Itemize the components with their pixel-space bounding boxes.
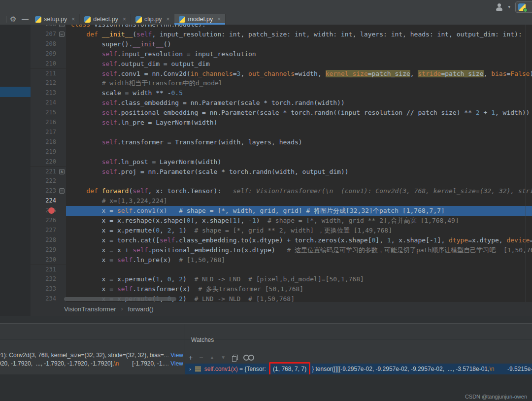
left-tool-strip <box>0 25 31 323</box>
view-link[interactable]: View <box>169 352 183 360</box>
fold-column <box>59 274 66 284</box>
line-number[interactable]: 219 <box>31 147 59 157</box>
line-number[interactable]: 213 <box>31 88 59 98</box>
fold-column <box>59 108 66 118</box>
tool-strip-selection[interactable] <box>0 87 31 97</box>
line-number[interactable]: 223 <box>31 186 59 196</box>
fold-end-icon[interactable]: ∧ <box>59 169 65 174</box>
code-text <box>66 176 532 186</box>
python-file-icon <box>35 16 41 23</box>
move-watch-down-button[interactable]: ▼ <box>221 354 226 362</box>
line-number[interactable]: 230 <box>31 255 59 265</box>
tab-clip.py[interactable]: clip.py× <box>131 14 174 25</box>
code-line: 226 x = x.reshape(x.shape[0], x.shape[1]… <box>31 216 532 226</box>
close-icon[interactable]: × <box>217 16 221 23</box>
variable-row[interactable]: 1.7920, -1.7920, ..., -1.7920, -1.7920, … <box>0 360 183 368</box>
code-line: 213 scale = width ** -0.5 <box>31 88 532 98</box>
line-number[interactable]: 228 <box>31 235 59 245</box>
code-line: 230 x = self.ln_pre(x) # [1,50,768] <box>31 255 532 265</box>
add-watch-button[interactable]: + <box>189 354 193 362</box>
line-number[interactable]: 231 <box>31 265 59 275</box>
user-account-icon[interactable] <box>496 3 503 11</box>
code-line: 227 x = x.permute(0, 2, 1) # shape = [*,… <box>31 226 532 235</box>
tab-detect.py[interactable]: detect.py× <box>80 14 131 25</box>
tab-label: model.py <box>188 16 213 23</box>
run-configuration-button[interactable] <box>515 1 532 13</box>
move-watch-up-button[interactable]: ▲ <box>209 354 214 362</box>
tab-label: setup.py <box>44 16 67 23</box>
tab-model.py[interactable]: model.py× <box>174 14 226 25</box>
line-number[interactable]: 210 <box>31 59 59 69</box>
line-number[interactable]: 222 <box>31 176 59 186</box>
line-number[interactable]: 226 <box>31 216 59 226</box>
code-text: # width相当于transform中的d_model <box>66 78 532 88</box>
line-number[interactable]: 214 <box>31 98 59 108</box>
code-line: 219 <box>31 147 532 157</box>
fold-column: − <box>59 186 66 196</box>
line-number[interactable]: 212 <box>31 78 59 88</box>
horizontal-scrollbar[interactable] <box>64 297 176 301</box>
line-number[interactable]: 218 <box>31 137 59 147</box>
code-text <box>66 265 532 275</box>
code-text: x = x.permute(1, 0, 2) # NLD -> LND # [p… <box>66 274 532 284</box>
breadcrumb-method[interactable]: forward() <box>128 305 153 313</box>
code-text: self.class_embedding = nn.Parameter(scal… <box>66 98 532 108</box>
line-number[interactable]: 225 <box>31 206 59 216</box>
breadcrumb: VisionTransformer › forward() <box>31 302 532 316</box>
code-line: 216 self.ln_pre = LayerNorm(width) <box>31 118 532 128</box>
tensor-shape-annotation: (1, 768, 7, 7) <box>269 362 310 376</box>
variable-row[interactable]: (conv1): Conv2d(3, 768, kernel_size=(32,… <box>0 352 183 360</box>
hide-panel-icon[interactable]: — <box>22 14 29 24</box>
code-editor[interactable]: 206−class VisionTransformer(nn.Module):2… <box>31 25 532 302</box>
run-active-dot <box>523 8 528 12</box>
remove-watch-button[interactable]: − <box>199 354 203 362</box>
code-text: # x=[1,3,224,224] <box>66 196 532 206</box>
window-titlebar: ▾ <box>0 0 532 14</box>
line-number[interactable]: 234 <box>31 294 59 302</box>
close-icon[interactable]: × <box>166 16 169 23</box>
expand-chevron-icon[interactable]: › <box>189 366 191 372</box>
variable-text: [-1.7920, -1. <box>119 360 164 368</box>
show-watches-icon[interactable] <box>243 355 254 361</box>
code-line: 232 x = x.permute(1, 0, 2) # NLD -> LND … <box>31 274 532 284</box>
line-number[interactable]: 233 <box>31 284 59 294</box>
variable-text: \n <box>114 360 119 368</box>
close-icon[interactable]: × <box>71 16 75 23</box>
code-line: 221∧ self.proj = nn.Parameter(scale * to… <box>31 167 532 177</box>
duplicate-watch-icon[interactable] <box>232 355 237 361</box>
view-link[interactable]: View <box>169 360 183 368</box>
breadcrumb-class[interactable]: VisionTransformer <box>64 305 116 313</box>
line-number[interactable]: 229 <box>31 245 59 255</box>
fold-column <box>59 137 66 147</box>
code-line: 214 self.class_embedding = nn.Parameter(… <box>31 98 532 108</box>
line-number[interactable]: 206 <box>31 25 59 30</box>
breakpoint-icon[interactable] <box>48 207 55 214</box>
line-number[interactable]: 209 <box>31 49 59 59</box>
chevron-down-icon[interactable]: ▾ <box>508 5 510 9</box>
code-text: x = torch.cat([self.class_embedding.to(x… <box>66 235 532 245</box>
line-number[interactable]: 232 <box>31 274 59 284</box>
fold-column <box>59 196 66 206</box>
code-text: x = self.transformer(x) # 多头transformer … <box>66 284 532 294</box>
line-number[interactable]: 217 <box>31 128 59 137</box>
variables-panel: (conv1): Conv2d(3, 768, kernel_size=(32,… <box>0 324 184 374</box>
code-line: 224 # x=[1,3,224,224] <box>31 196 532 206</box>
code-line: 225 x = self.conv1(x) # shape = [*, widt… <box>31 206 532 216</box>
line-number[interactable]: 224 <box>31 196 59 206</box>
line-number[interactable]: 221 <box>31 167 59 177</box>
code-line: 206−class VisionTransformer(nn.Module): <box>31 25 532 30</box>
fold-collapse-icon[interactable]: − <box>59 25 65 27</box>
line-number[interactable]: 208 <box>31 39 59 49</box>
line-number[interactable]: 211 <box>31 69 59 79</box>
line-number[interactable]: 220 <box>31 157 59 167</box>
line-number[interactable]: 215 <box>31 108 59 118</box>
fold-collapse-icon[interactable]: − <box>59 32 65 37</box>
line-number[interactable]: 216 <box>31 118 59 128</box>
watch-row[interactable]: › self.conv1(x) = {Tensor: (1, 768, 7, 7… <box>185 364 532 374</box>
line-number[interactable]: 227 <box>31 226 59 235</box>
close-icon[interactable]: × <box>123 16 126 23</box>
tab-setup.py[interactable]: setup.py× <box>31 14 80 25</box>
gear-icon[interactable]: ⚙ <box>10 14 16 24</box>
line-number[interactable]: 207 <box>31 30 59 39</box>
fold-collapse-icon[interactable]: − <box>59 188 65 194</box>
